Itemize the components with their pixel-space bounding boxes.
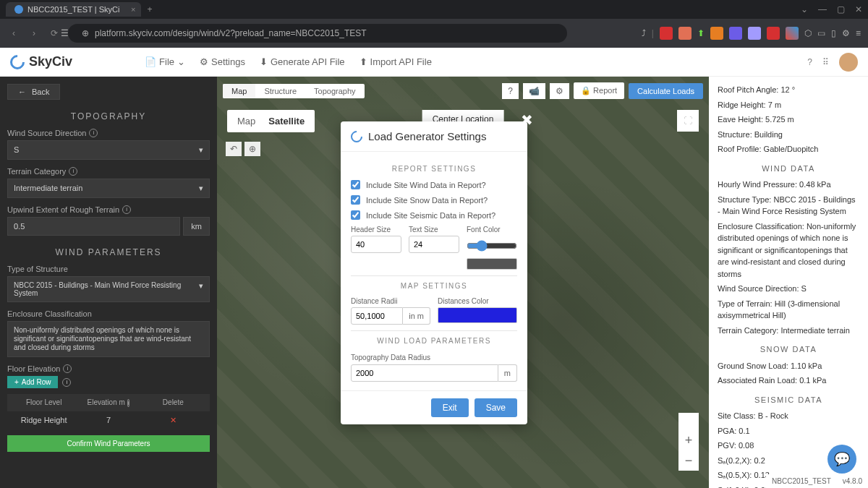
maximize-icon[interactable]: ▢ — [837, 4, 845, 14]
ground-snow: Ground Snow Load: 1.10 kPa — [718, 360, 859, 372]
font-color-swatch[interactable] — [467, 258, 517, 270]
text-size-input[interactable] — [409, 236, 459, 253]
enclosure-label: Enclosure Classification — [7, 309, 210, 318]
import-api-button[interactable]: ⬆ Import API File — [359, 56, 432, 67]
font-color-slider[interactable] — [467, 236, 517, 256]
url-bar[interactable]: ☰ ⊕ platform.skyciv.com/design/wind/v2?p… — [68, 24, 567, 43]
map-type-map[interactable]: Map — [237, 116, 255, 127]
minimize-icon[interactable]: — — [818, 4, 827, 14]
ext-icon[interactable] — [678, 27, 692, 40]
enclosure-select[interactable]: Non-uniformly distributed openings of wh… — [7, 321, 210, 357]
calculate-loads-button[interactable]: Calculate Loads — [629, 83, 703, 99]
nav-forward-icon[interactable]: › — [27, 28, 41, 38]
chk-seismic[interactable]: Include Site Seismic Data in Report? — [351, 210, 517, 220]
seismic-data-title: SEISMIC DATA — [718, 394, 859, 406]
report-button[interactable]: 🔒 Report — [574, 82, 624, 99]
topo-radius-label: Topography Data Radius — [351, 354, 430, 361]
add-row-button[interactable]: + Add Row — [7, 376, 58, 388]
topography-title: TOPOGRAPHY — [7, 111, 210, 121]
menu-icon[interactable]: ≡ — [856, 28, 861, 38]
footer-version: v4.8.0 — [843, 476, 862, 487]
map-type-satellite[interactable]: Satellite — [268, 116, 305, 127]
roof-profile: Roof Profile: Gable/Duopitch — [718, 143, 859, 155]
apps-icon[interactable]: ⠿ — [822, 57, 829, 67]
reader-icon[interactable]: ▯ — [831, 28, 836, 38]
fullscreen-icon[interactable]: ⛶ — [677, 110, 699, 132]
confirm-button[interactable]: Confirm Wind Parameters — [7, 435, 210, 452]
ext-icon[interactable]: ⬆ — [697, 28, 705, 38]
extensions-icon[interactable]: ⬡ — [804, 28, 812, 38]
elevation-table: Floor Level Elevation m i Delete Ridge H… — [7, 394, 210, 429]
rain-load: Associated Rain Load: 0.1 kPa — [718, 374, 859, 387]
bookmark-icon[interactable]: ▭ — [817, 28, 825, 38]
terrain-type-val: Type of Terrain: Hill (3-dimensional axi… — [718, 298, 859, 322]
structure-type-select[interactable]: NBCC 2015 - Buildings - Main Wind Force … — [7, 276, 210, 302]
settings-icon[interactable]: ⚙ — [842, 28, 850, 38]
ext-icon[interactable] — [748, 27, 761, 40]
sidebar: ← Back TOPOGRAPHY Wind Source Directioni… — [0, 77, 217, 488]
exit-button[interactable]: Exit — [431, 398, 469, 417]
nav-back-icon[interactable]: ‹ — [7, 28, 20, 38]
ext-icon[interactable] — [786, 27, 799, 40]
chk-wind[interactable]: Include Site Wind Data in Report? — [351, 180, 517, 189]
topo-radius-input[interactable] — [351, 364, 498, 382]
help-icon[interactable]: ? — [807, 57, 812, 67]
zoom-in-icon[interactable]: + — [678, 430, 699, 450]
structure-type-val: Structure Type: NBCC 2015 - Buildings - … — [718, 194, 859, 218]
map-settings-title: MAP SETTINGS — [351, 282, 517, 290]
tab-structure[interactable]: Structure — [255, 84, 305, 98]
chevron-down-icon[interactable]: ⌄ — [801, 4, 808, 14]
chat-icon[interactable]: 💬 — [827, 445, 856, 474]
upwind-input[interactable] — [7, 217, 180, 236]
modal-close-icon[interactable]: ✖ — [521, 111, 533, 129]
logo[interactable]: SkyCiv — [10, 54, 72, 69]
ext-icon[interactable] — [710, 27, 723, 40]
settings-menu[interactable]: ⚙ Settings — [200, 56, 245, 67]
ext-icon[interactable] — [767, 27, 780, 40]
share-icon[interactable]: ⤴ — [642, 28, 646, 38]
wind-source-val: Wind Source Direction: S — [718, 283, 859, 295]
ext-icon[interactable] — [729, 27, 742, 40]
col-floor-level: Floor Level — [12, 398, 76, 407]
undo-icon[interactable]: ↶ — [226, 142, 242, 156]
browser-tab[interactable]: NBCC2015_TEST | SkyCi × — [6, 2, 141, 17]
roof-pitch: Roof Pitch Angle: 12 ° — [718, 84, 859, 96]
tab-close-icon[interactable]: × — [131, 5, 135, 14]
avatar[interactable] — [839, 53, 858, 72]
tab-favicon-icon — [14, 5, 23, 14]
distance-radii-input[interactable] — [351, 307, 403, 325]
generate-api-button[interactable]: ⬇ Generate API File — [260, 56, 345, 67]
zoom-out-icon[interactable]: − — [678, 450, 699, 471]
window-close-icon[interactable]: ✕ — [855, 4, 862, 14]
delete-row-icon[interactable]: ✕ — [141, 416, 205, 425]
text-size-label: Text Size — [409, 226, 459, 234]
ext-icon[interactable] — [660, 27, 673, 40]
target-icon[interactable]: ⊕ — [244, 142, 260, 156]
terrain-cat-val: Terrain Category: Intermediate terrain — [718, 325, 859, 337]
tab-map[interactable]: Map — [223, 84, 255, 98]
logo-icon — [7, 51, 27, 72]
help-icon[interactable]: ? — [502, 83, 519, 99]
file-menu[interactable]: 📄 File ⌄ — [145, 56, 185, 67]
tab-topography[interactable]: Topography — [305, 84, 365, 98]
header-size-input[interactable] — [351, 236, 401, 253]
save-button[interactable]: Save — [475, 398, 517, 417]
report-settings-title: REPORT SETTINGS — [351, 165, 517, 173]
terrain-cat-select[interactable]: Intermediate terrain▾ — [7, 179, 210, 198]
back-button[interactable]: ← Back — [7, 84, 60, 100]
wind-params-title: WIND PARAMETERS — [7, 247, 210, 257]
new-tab-icon[interactable]: + — [147, 4, 152, 14]
gear-icon[interactable]: ⚙ — [550, 83, 569, 99]
row-level: Ridge Height — [12, 416, 76, 425]
video-icon[interactable]: 📹 — [523, 83, 545, 99]
wind-source-select[interactable]: S▾ — [7, 140, 210, 160]
nav-reload-icon[interactable]: ⟳ — [48, 28, 61, 38]
header-size-label: Header Size — [351, 226, 401, 234]
distances-color-label: Distances Color — [438, 297, 517, 305]
distance-radii-label: Distance Radii — [351, 297, 430, 305]
chk-snow[interactable]: Include Site Snow Data in Report? — [351, 195, 517, 205]
info-icon: i — [127, 399, 130, 407]
tab-title: NBCC2015_TEST | SkyCi — [27, 5, 119, 14]
distances-color-swatch[interactable] — [438, 307, 517, 323]
modal-title: Load Generator Settings — [368, 130, 486, 142]
